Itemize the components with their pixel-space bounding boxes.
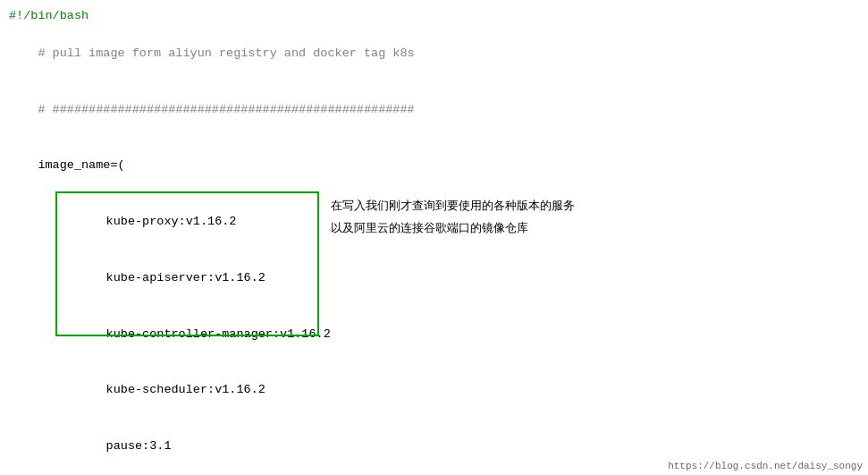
- line-image-kube-apiserver: kube-apiserver:v1.16.2: [9, 250, 859, 307]
- code-area: #!/bin/bash # pull image form aliyun reg…: [0, 0, 868, 475]
- line-image-name-open: image_name=(: [9, 138, 859, 194]
- footer-url: https://blog.csdn.net/daisy_songy: [668, 461, 863, 471]
- line-shebang: #!/bin/bash: [9, 7, 859, 26]
- line-comment2: # ######################################…: [9, 82, 859, 139]
- annotation-2: 以及阿里云的连接谷歌端口的镜像仓库: [331, 220, 528, 236]
- line-image-kube-controller: kube-controller-manager:v1.16.2: [9, 307, 859, 363]
- annotation-1: 在写入我们刚才查询到要使用的各种版本的服务: [331, 198, 575, 214]
- line-comment1: # pull image form aliyun registry and do…: [9, 26, 859, 82]
- line-image-kube-scheduler: kube-scheduler:v1.16.2: [9, 363, 859, 420]
